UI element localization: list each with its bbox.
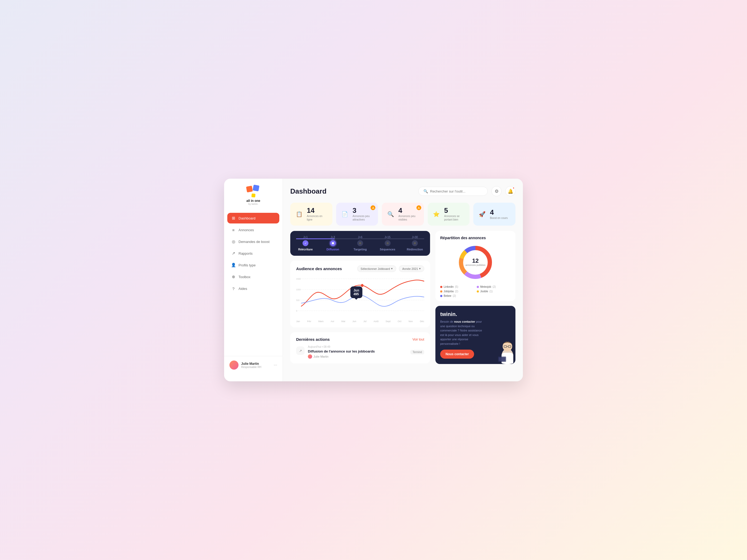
chart-area: 1500 1000 500 0 Jun [296,276,424,318]
legend-dot [477,290,479,293]
sidebar-item-rapports[interactable]: ↗ Rapports [227,248,279,259]
svg-point-8 [361,284,364,287]
stat-card-peu-visibles[interactable]: ⚠ 🔍 4 Annonces peuvisibles [382,203,424,225]
legend-label: Linkedin [444,285,454,288]
step-label-top: J+1 [303,236,308,239]
step-label-top: J+30 [412,236,418,239]
twinin-title: twinin. [440,311,511,317]
legend-dot [440,286,442,288]
step-dot: ✓ [303,240,308,246]
user-role: Responsable RH [241,366,271,369]
legend-label: Meteojob [480,285,491,288]
x-label: Déc [420,320,424,323]
legend-count: (2) [492,285,496,288]
bell-icon: 🔔 [508,189,513,194]
chevron-down-icon: ▾ [391,267,393,270]
timeline-step-diffusion: J+3 Diffusion [324,236,342,251]
search-input[interactable] [430,189,483,193]
logo-subtext: by twinin. [248,203,259,205]
stat-icon-portant: ⭐ [431,209,441,219]
sidebar: all in one by twinin. ⊞ Dashboard ≡ Anno… [224,179,283,381]
stat-card-en-ligne[interactable]: 📋 14 Annonces enligne [290,203,332,225]
step-label-bottom: Rédirection [407,248,423,251]
legend-count: (5) [455,285,458,288]
step-label-bottom: Targeting [354,248,366,251]
action-tag: Terminé [410,350,424,354]
stat-label: Annonces peuattractives [353,214,375,221]
stat-label: Annonces peuvisibles [398,214,420,221]
user-name: Julie Martin [241,362,271,366]
stat-body: 5 Annonces seportant bien [444,207,466,221]
sidebar-footer: Julie Martin Responsable RH ··· [224,356,283,374]
timeline-step-sequences: J+15 Séquences [378,236,397,251]
timeline-steps: J+1 ✓ Réécriture J+3 Diffusion [296,236,424,251]
stat-cards: 📋 14 Annonces enligne ⚠ 📄 3 Annonces peu… [290,203,515,225]
year-filter[interactable]: Année 2021 ▾ [399,265,424,272]
legend-count: (2) [455,290,458,293]
repartition-title: Répartition des annonces [440,236,511,240]
action-item: ↗ Aujourd'hui • 08:49 Diffusion de l'ann… [296,345,424,359]
step-label-top: J+6 [358,236,362,239]
legend-item-meteojob: Meteojob (2) [477,285,511,288]
step-dot [330,240,336,246]
twinin-card: twinin. Besoin de nous contacter pour un… [435,306,515,364]
voir-tout-button[interactable]: Voir tout [412,338,424,341]
legend-dot [440,290,442,293]
top-header: Dashboard 🔍 ⚙ 🔔 [290,186,515,196]
logo-area: all in one by twinin. [224,186,283,213]
chart-filters: Sélectionner Jobboard ▾ Année 2021 ▾ [357,265,424,272]
stat-card-portant-bien[interactable]: ⭐ 5 Annonces seportant bien [428,203,470,225]
user-info: Julie Martin Responsable RH [241,362,271,369]
sidebar-item-annonces[interactable]: ≡ Annonces [227,224,279,235]
legend-item-jobijoba: Jobijoba (2) [440,290,474,293]
timeline-card: J+1 ✓ Réécriture J+3 Diffusion [290,231,430,256]
logo-square-orange [246,186,253,192]
toolbox-icon: ⊕ [231,274,236,279]
settings-button[interactable]: ⚙ [491,186,501,196]
x-label: Oct [398,320,402,323]
legend-label: Jooble [480,290,488,293]
legend-count: (1) [489,290,492,293]
svg-text:1000: 1000 [296,288,301,291]
x-label: Avr [331,320,334,323]
sidebar-item-label: Dashboard [238,216,256,220]
stat-card-boost[interactable]: 🚀 4 Boost en cours [473,203,515,225]
annonces-icon: ≡ [231,228,236,232]
alert-icon: ⚠ [370,205,376,210]
sidebar-item-toolbox[interactable]: ⊕ Toolbox [227,271,279,282]
chart-x-labels: Jan Fév Mars Avr Mai Jun Jul Août Sept O… [296,318,424,323]
jobboard-filter-label: Sélectionner Jobboard [361,267,390,270]
sidebar-item-label: Rapports [238,251,253,256]
nous-contacter-button[interactable]: Nous contacter [440,350,474,359]
search-box[interactable]: 🔍 [418,187,488,196]
sidebar-item-aides[interactable]: ? Aides [227,283,279,294]
timeline-step-targeting: J+6 Targeting [351,236,369,251]
stat-label: Annonces seportant bien [444,214,466,221]
action-body: Aujourd'hui • 08:49 Diffusion de l'annon… [308,345,407,359]
x-label: Sept [386,320,391,323]
stat-card-peu-attractives[interactable]: ⚠ 📄 3 Annonces peuattractives [336,203,378,225]
twinin-illustration [497,337,515,364]
sidebar-item-dashboard[interactable]: ⊞ Dashboard [227,213,279,223]
page-title: Dashboard [290,187,327,195]
avatar [229,361,238,370]
chart-title: Audience des annonces [296,266,342,271]
logo-text: all in one [246,199,260,203]
legend-item-bebee: Bebee (2) [440,294,474,297]
aides-icon: ? [231,286,236,291]
sidebar-item-label: Profils type [238,263,256,267]
timeline-step-reecriture: J+1 ✓ Réécriture [296,236,315,251]
step-dot [412,240,418,246]
chevron-down-icon: ▾ [419,267,421,270]
legend-label: Bebee [444,294,452,297]
sidebar-item-boost[interactable]: ◎ Demandes de boost [227,236,279,247]
x-label: Jun [353,320,356,323]
sidebar-item-profils[interactable]: 👤 Profils type [227,260,279,270]
timeline-step-redirection: J+30 Rédirection [406,236,424,251]
legend-grid: Linkedin (5) Meteojob (2) Jobijoba (2) [440,285,511,297]
jobboard-filter[interactable]: Sélectionner Jobboard ▾ [357,265,396,272]
notifications-button[interactable]: 🔔 [505,186,515,196]
main-content: Dashboard 🔍 ⚙ 🔔 📋 14 [283,179,523,381]
header-right: 🔍 ⚙ 🔔 [418,186,515,196]
more-icon[interactable]: ··· [274,363,277,368]
